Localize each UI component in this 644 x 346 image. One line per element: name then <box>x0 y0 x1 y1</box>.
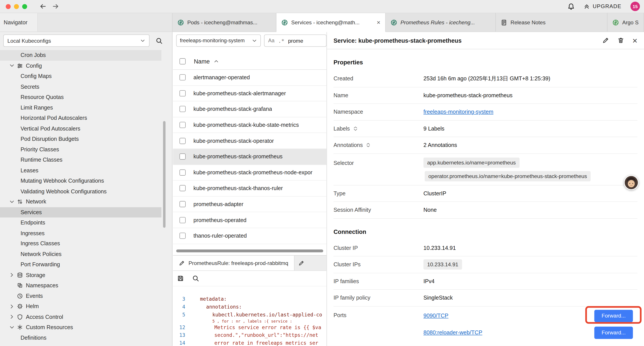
table-row[interactable]: kube-prometheus-stack-alertmanager <box>173 86 326 101</box>
row-checkbox[interactable] <box>180 153 186 160</box>
port-link[interactable]: 9090/TCP <box>424 313 448 319</box>
chevron-down-icon[interactable] <box>9 325 15 330</box>
sidebar-search-icon[interactable] <box>156 37 163 44</box>
expand-toggle-icon[interactable] <box>366 143 371 148</box>
kubeconfig-dropdown[interactable]: Local Kubeconfigs <box>3 34 150 47</box>
sidebar-item-endpoints[interactable]: Endpoints <box>0 217 161 228</box>
row-checkbox[interactable] <box>180 185 186 191</box>
sidebar-scrollbar[interactable] <box>163 121 166 228</box>
sidebar-item-config[interactable]: Config <box>0 60 161 71</box>
back-button[interactable] <box>40 3 46 10</box>
chevron-right-icon[interactable] <box>9 314 15 320</box>
namespace-dropdown[interactable]: freeleaps-monitoring-system <box>176 34 261 47</box>
row-checkbox[interactable] <box>180 90 186 96</box>
save-icon[interactable] <box>177 275 184 282</box>
notification-count-badge[interactable]: 15 <box>630 1 640 11</box>
row-checkbox[interactable] <box>180 106 186 112</box>
yaml-editor[interactable]: 3metadata:4annotations:5kubectl.kubernet… <box>173 287 326 346</box>
row-checkbox[interactable] <box>180 217 186 223</box>
sidebar-item-events[interactable]: Events <box>0 291 161 301</box>
sidebar-item-limit-ranges[interactable]: Limit Ranges <box>0 102 161 113</box>
tab-services[interactable]: Services - icecheng@math... × <box>276 13 386 32</box>
name-column-header[interactable]: Name <box>194 58 210 65</box>
sidebar-item-storage[interactable]: Storage <box>0 270 161 280</box>
forward-button[interactable]: Forward... <box>594 327 633 339</box>
table-row[interactable]: kube-prometheus-stack-thanos-ruler <box>173 181 326 196</box>
sidebar-item-leases[interactable]: Leases <box>0 165 161 176</box>
row-checkbox[interactable] <box>180 122 186 128</box>
forward-button[interactable] <box>52 3 59 10</box>
sidebar-item-secrets[interactable]: Secrets <box>0 81 161 92</box>
upgrade-button[interactable]: UPGRADE <box>584 3 622 9</box>
close-window-button[interactable] <box>6 4 10 9</box>
list-search-input[interactable]: Aa .* prome <box>264 34 326 47</box>
sidebar-item-custom-resources[interactable]: Custom Resources <box>0 322 161 333</box>
sidebar-item-priority-classes[interactable]: Priority Classes <box>0 144 161 155</box>
sidebar-item-access-control[interactable]: Access Control <box>0 312 161 322</box>
chevron-right-icon[interactable] <box>9 304 15 309</box>
row-checkbox[interactable] <box>180 74 186 81</box>
sidebar-item-pod-disruption-budgets[interactable]: Pod Disruption Budgets <box>0 134 161 144</box>
sidebar-item-runtime-classes[interactable]: Runtime Classes <box>0 155 161 165</box>
sidebar-item-ingress-classes[interactable]: Ingress Classes <box>0 239 161 249</box>
editor-tab-partial[interactable] <box>294 256 326 270</box>
tab-argo[interactable]: Argo S... <box>608 13 644 31</box>
namespace-link[interactable]: freeleaps-monitoring-system <box>424 109 494 115</box>
table-row[interactable]: prometheus-adapter <box>173 196 326 212</box>
property-label: Annotations <box>334 142 423 148</box>
table-row[interactable]: prometheus-operated <box>173 212 326 228</box>
sidebar-item-helm[interactable]: Helm <box>0 301 161 312</box>
sidebar-item-vertical-pod-autoscalers[interactable]: Vertical Pod Autoscalers <box>0 123 161 134</box>
port-link[interactable]: 8080:reloader-web/TCP <box>424 330 482 336</box>
sidebar-item-namespaces[interactable]: Namespaces <box>0 280 161 291</box>
selector-chip: app.kubernetes.io/name=prometheus <box>424 157 520 168</box>
sidebar-item-network[interactable]: Network <box>0 197 161 207</box>
table-row[interactable]: kube-prometheus-stack-prometheus <box>173 149 326 165</box>
zoom-window-button[interactable] <box>22 4 27 9</box>
tab-pods[interactable]: Pods - icecheng@mathmas... <box>172 13 276 31</box>
table-row[interactable]: kube-prometheus-stack-prometheus-node-ex… <box>173 165 326 180</box>
close-tab-icon[interactable]: × <box>374 19 380 26</box>
close-panel-icon[interactable]: × <box>632 36 638 45</box>
chevron-down-icon[interactable] <box>9 63 15 68</box>
row-checkbox[interactable] <box>180 169 186 176</box>
row-checkbox[interactable] <box>180 233 186 239</box>
delete-icon[interactable] <box>617 37 624 44</box>
chevron-right-icon[interactable] <box>9 272 15 278</box>
row-checkbox[interactable] <box>180 138 186 144</box>
tab-release-notes[interactable]: Release Notes <box>496 13 608 31</box>
assistant-avatar[interactable] <box>624 175 638 190</box>
sidebar-item-cron-jobs[interactable]: Cron Jobs <box>0 50 161 61</box>
table-row[interactable]: kube-prometheus-stack-kube-state-metrics <box>173 117 326 133</box>
table-row[interactable]: thanos-ruler-operated <box>173 228 326 244</box>
sidebar-item-resource-quotas[interactable]: Resource Quotas <box>0 92 161 102</box>
select-all-checkbox[interactable] <box>180 58 186 64</box>
sidebar-item-port-forwarding[interactable]: Port Forwarding <box>0 259 161 270</box>
sidebar-item-config-maps[interactable]: Config Maps <box>0 71 161 81</box>
sidebar-item-horizontal-pod-autoscalers[interactable]: Horizontal Pod Autoscalers <box>0 113 161 123</box>
sidebar-item-services[interactable]: Services <box>0 207 161 217</box>
sidebar-item-ingresses[interactable]: Ingresses <box>0 228 161 239</box>
edit-icon[interactable] <box>602 37 609 44</box>
sidebar-item-network-policies[interactable]: Network Policies <box>0 249 161 259</box>
sidebar-item-validating-webhook-configurations[interactable]: Validating Webhook Configurations <box>0 186 161 197</box>
row-checkbox[interactable] <box>180 201 186 207</box>
sidebar-item-mutating-webhook-configurations[interactable]: Mutating Webhook Configurations <box>0 176 161 186</box>
service-name: prometheus-adapter <box>194 201 244 207</box>
forward-button[interactable]: Forward... <box>594 310 633 322</box>
chevron-down-icon[interactable] <box>9 199 15 205</box>
editor-tab-prometheusrule[interactable]: PrometheusRule: freeleaps-prod-rabbitmq <box>173 256 294 270</box>
sort-ascending-icon[interactable] <box>214 59 219 64</box>
tab-prometheus-rules[interactable]: Prometheus Rules - icecheng... <box>386 13 496 31</box>
match-case-toggle[interactable]: Aa <box>268 38 275 43</box>
horizontal-scrollbar[interactable] <box>176 249 323 252</box>
table-row[interactable]: kube-prometheus-stack-operator <box>173 133 326 149</box>
expand-toggle-icon[interactable] <box>353 126 358 131</box>
notifications-bell-icon[interactable] <box>568 3 575 10</box>
sidebar-item-definitions[interactable]: Definitions <box>0 333 161 343</box>
table-row[interactable]: kube-prometheus-stack-grafana <box>173 101 326 117</box>
regex-toggle[interactable]: .* <box>278 37 284 43</box>
table-row[interactable]: alertmanager-operated <box>173 70 326 86</box>
editor-search-icon[interactable] <box>192 275 199 282</box>
minimize-window-button[interactable] <box>14 4 19 9</box>
